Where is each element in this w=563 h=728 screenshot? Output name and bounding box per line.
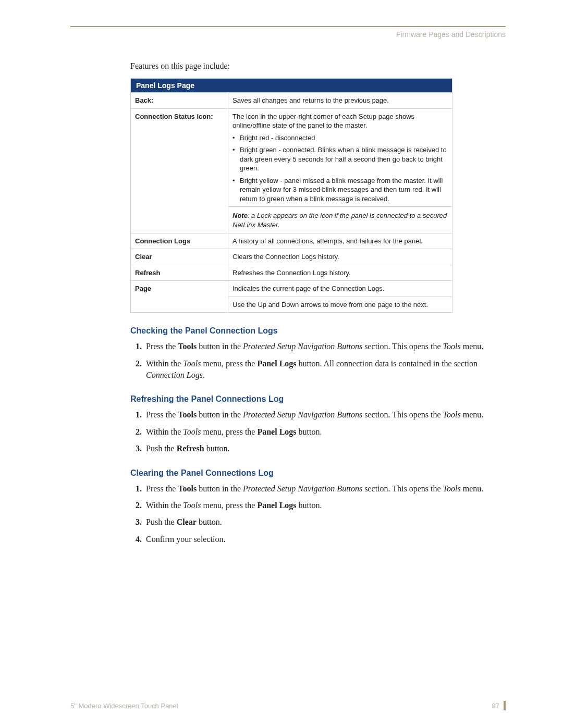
text-run: Within the [146,359,183,368]
step-item: Within the Tools menu, press the Panel L… [144,500,506,511]
panel-logs-table: Panel Logs Page Back: Saves all changes … [130,78,452,313]
step-item: Within the Tools menu, press the Panel L… [144,358,506,381]
bullet-item: • Bright red - disconnected [232,133,448,143]
steps-list: Press the Tools button in the Protected … [130,409,506,454]
text-run: Push the [146,517,177,526]
table-row: Back: Saves all changes and returns to t… [131,93,452,109]
step-item: Push the Clear button. [144,516,506,528]
bold-run: Clear [177,517,197,526]
italic-run: Tools [183,427,201,436]
intro-text: Features on this page include: [130,61,506,71]
row-label: Connection Status icon: [131,108,228,233]
section-heading: Checking the Panel Connection Logs [130,326,506,336]
step-item: Within the Tools menu, press the Panel L… [144,426,506,438]
text-run: menu, press the [201,359,257,368]
row-value: Indicates the current page of the Connec… [228,281,452,313]
bullet-text: Bright red - disconnected [240,133,448,143]
table-title: Panel Logs Page [131,79,452,93]
table-row: Connection Status icon: The icon in the … [131,108,452,233]
page-number: 87 [492,702,499,710]
row-label: Clear [131,249,228,265]
row-line: Use the Up and Down arrows to move from … [232,300,448,310]
steps-list: Press the Tools button in the Protected … [130,483,506,546]
content: Features on this page include: Panel Log… [130,61,506,545]
row-label: Page [131,281,228,313]
text-run: menu. [461,484,484,493]
document-page: Firmware Pages and Descriptions Features… [0,0,563,728]
bullet-text: Bright yellow - panel missed a blink mes… [240,176,448,204]
step-item: Push the Refresh button. [144,443,506,454]
bold-run: Panel Logs [257,427,296,436]
step-item: Confirm your selection. [144,534,506,545]
italic-run: Protected Setup Navigation Buttons [243,342,362,351]
row-value: Saves all changes and returns to the pre… [228,93,452,109]
text-run: Confirm your selection. [146,535,225,544]
row-label: Refresh [131,265,228,281]
bullet-icon: • [232,176,240,204]
text-run: Press the [146,410,178,419]
text-run: button. [204,444,230,453]
bold-run: Tools [178,410,197,419]
text-run: button. [297,501,322,510]
italic-run: Protected Setup Navigation Buttons [243,484,362,493]
italic-run: Protected Setup Navigation Buttons [243,410,362,419]
note-text: : a Lock appears on the icon if the pane… [232,212,447,229]
footer-page: 87 [492,701,506,710]
row-label: Back: [131,93,228,109]
step-item: Press the Tools button in the Protected … [144,483,506,495]
note-label: Note [232,212,248,219]
text-run: Within the [146,427,183,436]
inner-separator [228,206,452,207]
text-run: button in the [197,410,243,419]
bullet-icon: • [232,145,240,173]
bold-run: Panel Logs [257,359,296,368]
bullet-item: • Bright yellow - panel missed a blink m… [232,176,448,204]
step-item: Press the Tools button in the Protected … [144,409,506,421]
text-run: button in the [197,342,243,351]
text-run: Push the [146,444,177,453]
bold-run: Tools [178,484,197,493]
text-run: Press the [146,342,178,351]
header-rule [70,26,506,27]
text-run: button. All connection data is contained… [297,359,478,368]
text-run: button in the [197,484,243,493]
italic-run: Tools [443,410,461,419]
italic-run: Connection Logs [146,371,203,379]
text-run: section. This opens the [362,342,443,351]
section-heading: Refreshing the Panel Connections Log [130,394,506,404]
text-run: menu. [461,342,484,351]
footer-left: 5" Modero Widescreen Touch Panel [70,702,178,710]
page-bar-icon [504,701,506,710]
text-run: Press the [146,484,178,493]
row-lead: The icon in the upper-right corner of ea… [232,112,448,130]
italic-run: Tools [443,484,461,493]
row-value: A history of all connections, attempts, … [228,233,452,249]
bullet-item: • Bright green - connected. Blinks when … [232,145,448,173]
note-line: Note: a Lock appears on the icon if the … [232,211,448,229]
table-row: Connection Logs A history of all connect… [131,233,452,249]
row-line: Indicates the current page of the Connec… [232,284,448,293]
steps-list: Press the Tools button in the Protected … [130,341,506,381]
table-row: Page Indicates the current page of the C… [131,281,452,313]
bold-run: Refresh [177,444,204,453]
row-label: Connection Logs [131,233,228,249]
text-run: button. [197,517,222,526]
text-run: menu, press the [201,427,257,436]
text-run: section. This opens the [362,410,443,419]
row-value: The icon in the upper-right corner of ea… [228,108,452,233]
bold-run: Panel Logs [257,501,296,510]
bullet-text: Bright green - connected. Blinks when a … [240,145,448,173]
sections-container: Checking the Panel Connection LogsPress … [130,326,506,545]
bullet-icon: • [232,133,240,143]
italic-run: Tools [183,501,201,510]
text-run: section. This opens the [362,484,443,493]
header-label: Firmware Pages and Descriptions [396,30,506,39]
table-row: Refresh Refreshes the Connection Logs hi… [131,265,452,281]
row-value: Refreshes the Connection Logs history. [228,265,452,281]
row-value: Clears the Connection Logs history. [228,249,452,265]
italic-run: Tools [443,342,461,351]
text-run: menu, press the [201,501,257,510]
section-heading: Clearing the Panel Connections Log [130,468,506,478]
bold-run: Tools [178,342,197,351]
text-run: menu. [461,410,484,419]
